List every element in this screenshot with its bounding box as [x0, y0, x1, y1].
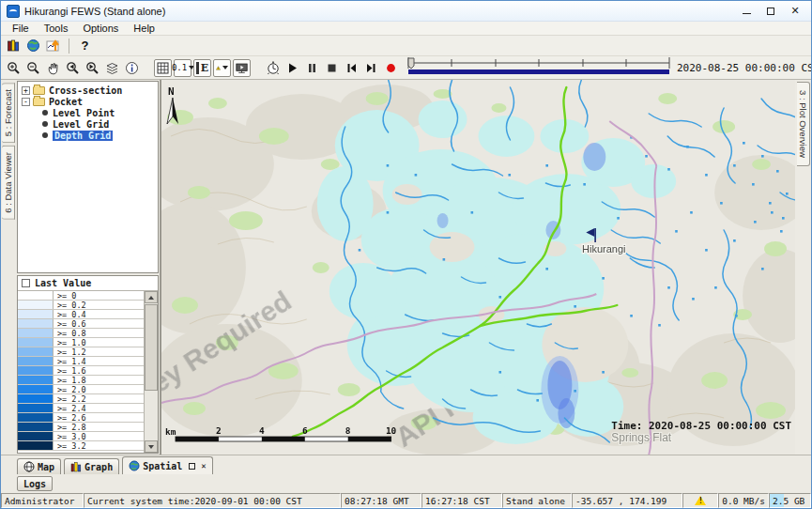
svg-text:8: 8: [345, 425, 351, 436]
tree-item-depth-grid[interactable]: Depth Grid: [18, 130, 158, 141]
menu-options[interactable]: Options: [75, 23, 126, 34]
zoom-previous-button[interactable]: [64, 59, 82, 77]
animation-export-button[interactable]: [233, 59, 251, 77]
legend-header: Last Value: [18, 276, 158, 291]
close-icon[interactable]: ✕: [201, 461, 206, 470]
record-button[interactable]: [382, 59, 400, 77]
pan-button[interactable]: [44, 59, 62, 77]
legend-row[interactable]: >= 3.2: [18, 441, 144, 451]
legend-row[interactable]: >= 1.6: [18, 366, 144, 376]
tab-plot-overview[interactable]: 3 : Plot Overview: [797, 82, 810, 166]
legend-label: >= 0.6: [54, 319, 86, 328]
warning-icon: [216, 62, 221, 74]
time-slider[interactable]: [406, 56, 671, 79]
legend-scrollbar[interactable]: [145, 291, 158, 453]
left-tab-strip: 5 : Forecast 6 : Data Viewer: [1, 80, 16, 455]
stop-button[interactable]: [323, 59, 341, 77]
menu-file[interactable]: File: [5, 23, 37, 34]
legend-row[interactable]: >= 2.2: [18, 394, 144, 404]
database-button[interactable]: [5, 37, 23, 54]
play-button[interactable]: [283, 59, 301, 77]
go-to-end-button[interactable]: [362, 59, 380, 77]
title-bar[interactable]: Hikurangi FEWS (Stand alone) ✕: [1, 1, 811, 22]
minimize-button[interactable]: [734, 3, 758, 20]
legend-row[interactable]: >= 0.4: [18, 310, 144, 319]
legend-row[interactable]: >= 2.0: [18, 385, 144, 394]
status-memory[interactable]: 2.5 GB: [769, 493, 811, 508]
menu-tools[interactable]: Tools: [37, 23, 76, 34]
legend-row[interactable]: >= 0: [18, 291, 144, 301]
maximize-button[interactable]: [758, 3, 783, 20]
status-system-time: Current system time:2020-09-01 00:00 CST: [84, 493, 341, 508]
legend-row[interactable]: >= 1.0: [18, 338, 144, 347]
tree-item-cross-section[interactable]: + Cross-section: [18, 85, 158, 96]
tab-data-viewer[interactable]: 6 : Data Viewer: [2, 146, 15, 220]
status-warning[interactable]: [682, 493, 718, 508]
tab-map[interactable]: Map: [17, 458, 61, 474]
legend-body: >= 0 >= 0.2 >= 0.4 >= 0.6 >= 0.8 >= 1.0 …: [18, 291, 158, 453]
expand-icon[interactable]: +: [22, 86, 30, 95]
zoom-in-button[interactable]: [5, 59, 23, 77]
skip-to-end-icon: [365, 62, 377, 74]
contour-value-dropdown[interactable]: 0.1: [174, 59, 192, 77]
tab-graph[interactable]: Graph: [64, 458, 119, 474]
logs-button[interactable]: Logs: [17, 476, 53, 491]
warning-icon: [695, 496, 706, 505]
classification-button[interactable]: E: [193, 59, 211, 77]
legend-label: >= 2.8: [54, 423, 86, 431]
tab-forecast[interactable]: 5 : Forecast: [2, 83, 15, 143]
zoom-out-button[interactable]: [24, 59, 42, 77]
svg-text:km: km: [165, 426, 176, 437]
globe-button[interactable]: [24, 37, 42, 54]
info-button[interactable]: [123, 59, 141, 77]
menu-bar: File Tools Options Help: [1, 22, 811, 36]
scroll-thumb[interactable]: [145, 304, 158, 391]
time-step-button[interactable]: [264, 59, 282, 77]
legend-row[interactable]: >= 0.6: [18, 319, 144, 329]
menu-help[interactable]: Help: [126, 23, 162, 34]
tree-item-level-grid[interactable]: Level Grid: [18, 118, 158, 130]
bottom-tab-strip: Map Graph Spatial ✕: [1, 455, 811, 474]
legend-label: >= 1.0: [54, 338, 86, 347]
chevron-down-icon: [222, 66, 228, 69]
spatial-display-button[interactable]: [44, 37, 62, 54]
legend-row[interactable]: >= 0.2: [18, 301, 144, 310]
scroll-down-icon[interactable]: [145, 440, 158, 453]
layers-button[interactable]: [103, 59, 121, 77]
legend-row[interactable]: >= 2.6: [18, 413, 144, 423]
scroll-up-icon[interactable]: [145, 291, 158, 303]
help-button[interactable]: ?: [76, 37, 94, 54]
legend-label: >= 0.2: [54, 301, 86, 309]
legend-row[interactable]: >= 0.8: [18, 329, 144, 338]
go-to-start-button[interactable]: [343, 59, 360, 77]
layers-icon: [105, 61, 119, 75]
scroll-track[interactable]: [145, 392, 158, 440]
legend-row[interactable]: >= 1.4: [18, 357, 144, 366]
app-logo-icon: [7, 5, 20, 18]
restore-icon[interactable]: [189, 463, 195, 470]
status-bar: Administrator Current system time:2020-0…: [1, 493, 811, 508]
legend-row[interactable]: >= 3.0: [18, 432, 144, 441]
tree-item-pocket[interactable]: - Pocket: [18, 96, 158, 107]
legend-row[interactable]: >= 2.8: [18, 423, 144, 432]
help-icon: ?: [82, 39, 89, 53]
legend-row[interactable]: >= 2.4: [18, 404, 144, 413]
zoom-in-icon: [7, 61, 21, 75]
legend-row[interactable]: >= 1.8: [18, 376, 144, 385]
legend-swatch: [18, 423, 54, 431]
grid-display-button[interactable]: [154, 59, 172, 77]
collapse-icon[interactable]: -: [22, 98, 30, 106]
pause-button[interactable]: [303, 59, 321, 77]
zoom-next-button[interactable]: [84, 59, 101, 77]
bullet-icon: [42, 110, 48, 116]
warning-dropdown[interactable]: [213, 59, 231, 77]
tab-spatial[interactable]: Spatial ✕: [122, 456, 213, 474]
close-button[interactable]: ✕: [783, 3, 807, 20]
status-mode: Stand alone: [502, 493, 572, 508]
tab-graph-label: Graph: [84, 462, 113, 472]
legend-swatch: [18, 394, 54, 403]
map-canvas[interactable]: API Key Required API Key Required: [161, 80, 795, 455]
tree-item-level-point[interactable]: Level Point: [18, 107, 158, 118]
last-value-checkbox[interactable]: [22, 279, 30, 287]
legend-row[interactable]: >= 1.2: [18, 347, 144, 357]
